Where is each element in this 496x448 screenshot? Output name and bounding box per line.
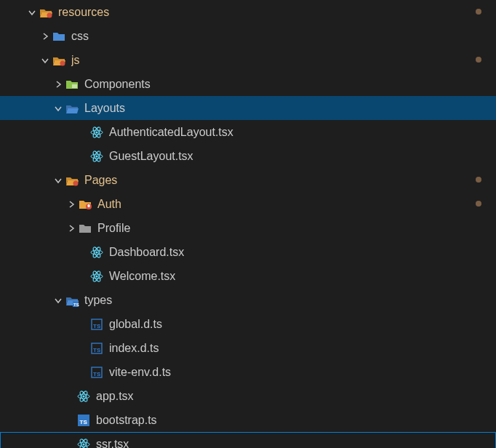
tree-item[interactable]: Components xyxy=(0,72,496,96)
tree-item-label: GuestLayout.tsx xyxy=(109,150,193,163)
tree-item[interactable]: Pages xyxy=(0,168,496,192)
tree-item[interactable]: bootstrap.ts xyxy=(0,408,496,432)
tree-item-label: Welcome.tsx xyxy=(109,270,175,283)
ts-icon xyxy=(89,316,105,332)
tree-item-label: ssr.tsx xyxy=(96,438,129,449)
tree-item-label: Profile xyxy=(97,222,130,235)
modified-indicator xyxy=(476,9,481,15)
tree-item[interactable]: css xyxy=(0,24,496,48)
chevron-right-icon[interactable] xyxy=(65,199,77,210)
folder-orange-badge-icon xyxy=(77,196,93,212)
chevron-right-icon[interactable] xyxy=(65,223,77,234)
folder-green-icon xyxy=(64,76,80,92)
file-tree: resourcescssjsComponentsLayoutsAuthentic… xyxy=(0,0,496,448)
tree-item-label: Pages xyxy=(84,174,117,187)
tree-item[interactable]: vite-env.d.ts xyxy=(0,360,496,384)
tree-item[interactable]: Welcome.tsx xyxy=(0,264,496,288)
tree-item-label: css xyxy=(71,30,89,43)
tree-item[interactable]: GuestLayout.tsx xyxy=(0,144,496,168)
react-icon xyxy=(76,388,92,404)
chevron-down-icon[interactable] xyxy=(52,295,64,306)
tree-item-label: Layouts xyxy=(84,102,125,115)
tree-item-label: vite-env.d.ts xyxy=(109,366,171,379)
folder-open-blue-icon xyxy=(64,100,80,116)
chevron-down-icon[interactable] xyxy=(52,103,64,114)
tree-item[interactable]: app.tsx xyxy=(0,384,496,408)
chevron-down-icon[interactable] xyxy=(52,175,64,186)
tree-item-label: index.d.ts xyxy=(109,342,159,355)
folder-open-blue-ts-icon xyxy=(64,292,80,308)
folder-grey-icon xyxy=(77,220,93,236)
ts-filled-icon xyxy=(76,412,92,428)
react-icon xyxy=(89,244,105,260)
ts-icon xyxy=(89,340,105,356)
tree-item-label: Auth xyxy=(97,198,121,211)
tree-item-label: bootstrap.ts xyxy=(96,414,157,427)
tree-item[interactable]: js xyxy=(0,48,496,72)
tree-item[interactable]: global.d.ts xyxy=(0,312,496,336)
tree-item[interactable]: Profile xyxy=(0,216,496,240)
folder-open-modified-icon xyxy=(64,172,80,188)
tree-item[interactable]: resources xyxy=(0,0,496,24)
tree-item[interactable]: Auth xyxy=(0,192,496,216)
tree-item[interactable]: ssr.tsx xyxy=(0,432,496,448)
tree-item-label: resources xyxy=(58,6,109,19)
tree-item[interactable]: Dashboard.tsx xyxy=(0,240,496,264)
folder-blue-icon xyxy=(51,28,67,44)
react-icon xyxy=(89,148,105,164)
react-icon xyxy=(76,436,92,449)
tree-item-label: Dashboard.tsx xyxy=(109,246,184,259)
tree-item-label: global.d.ts xyxy=(109,318,162,331)
chevron-down-icon[interactable] xyxy=(26,7,38,18)
chevron-right-icon[interactable] xyxy=(52,79,64,90)
tree-item[interactable]: index.d.ts xyxy=(0,336,496,360)
tree-item-label: AuthenticatedLayout.tsx xyxy=(109,126,233,139)
modified-indicator xyxy=(476,201,481,207)
folder-open-modified-icon xyxy=(38,4,54,20)
tree-item-label: app.tsx xyxy=(96,390,134,403)
tree-item[interactable]: types xyxy=(0,288,496,312)
tree-item-label: types xyxy=(84,294,112,307)
chevron-right-icon[interactable] xyxy=(39,31,51,42)
modified-indicator xyxy=(476,177,481,183)
modified-indicator xyxy=(476,57,481,63)
ts-icon xyxy=(89,364,105,380)
react-icon xyxy=(89,124,105,140)
tree-item-label: js xyxy=(71,54,80,67)
tree-item[interactable]: Layouts xyxy=(0,96,496,120)
chevron-down-icon[interactable] xyxy=(39,55,51,66)
tree-item[interactable]: AuthenticatedLayout.tsx xyxy=(0,120,496,144)
react-icon xyxy=(89,268,105,284)
tree-item-label: Components xyxy=(84,78,151,91)
folder-open-modified-icon xyxy=(51,52,67,68)
